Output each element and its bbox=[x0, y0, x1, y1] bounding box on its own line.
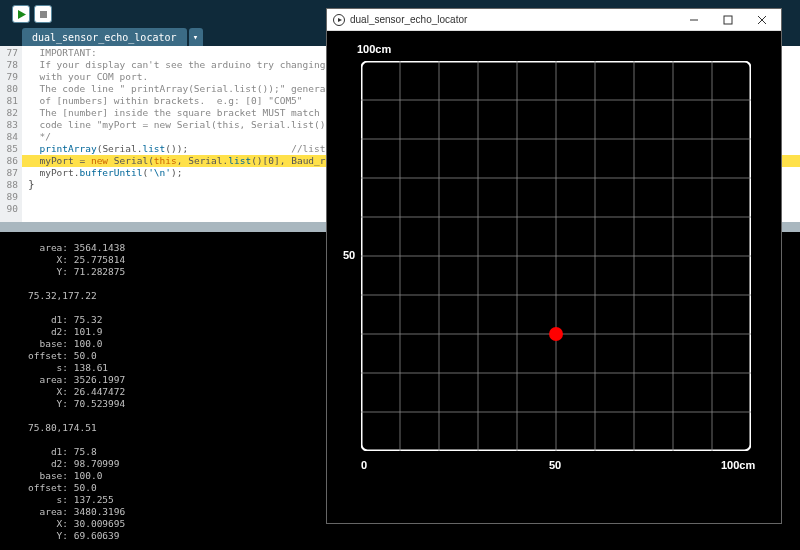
window-titlebar[interactable]: dual_sensor_echo_locator bbox=[327, 9, 781, 31]
svg-rect-3 bbox=[724, 16, 732, 24]
tab-dropdown[interactable]: ▾ bbox=[189, 28, 203, 46]
x-axis-mid-label: 50 bbox=[549, 459, 561, 471]
echo-point bbox=[549, 327, 563, 341]
svg-marker-0 bbox=[18, 10, 26, 19]
chart-grid bbox=[361, 61, 751, 451]
y-axis-mid-label: 50 bbox=[343, 249, 355, 261]
app-icon bbox=[333, 14, 345, 26]
minimize-button[interactable] bbox=[677, 9, 711, 31]
locator-window: dual_sensor_echo_locator 100cm 50 0 50 1… bbox=[326, 8, 782, 524]
x-axis-origin-label: 0 bbox=[361, 459, 367, 471]
stop-button[interactable] bbox=[34, 5, 52, 23]
x-axis-right-label: 100cm bbox=[721, 459, 755, 471]
window-title: dual_sensor_echo_locator bbox=[350, 14, 467, 25]
close-button[interactable] bbox=[745, 9, 779, 31]
locator-canvas: 100cm 50 0 50 100cm bbox=[327, 31, 781, 523]
run-button[interactable] bbox=[12, 5, 30, 23]
svg-rect-1 bbox=[40, 11, 47, 18]
maximize-button[interactable] bbox=[711, 9, 745, 31]
tab-sketch[interactable]: dual_sensor_echo_locator bbox=[22, 28, 187, 46]
y-axis-top-label: 100cm bbox=[357, 43, 391, 55]
line-gutter: 7778798081828384858687888990 bbox=[0, 46, 22, 222]
